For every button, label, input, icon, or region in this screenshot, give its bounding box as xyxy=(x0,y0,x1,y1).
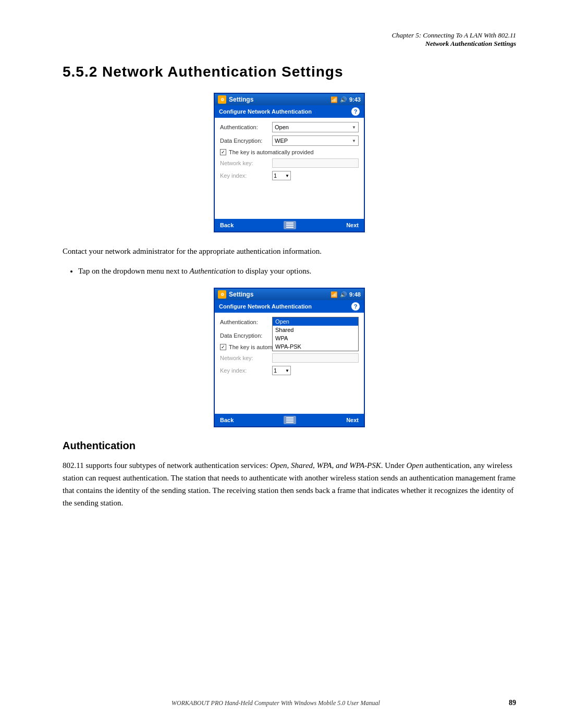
keyidx-select2[interactable]: 1 ▼ xyxy=(272,366,291,375)
keyidx-label1: Key index: xyxy=(220,172,272,179)
bullet-list: Tap on the dropdown menu next to Authent… xyxy=(78,265,516,277)
netkey-label2: Network key: xyxy=(220,355,272,361)
kline1 xyxy=(286,223,293,224)
bullet-item1: Tap on the dropdown menu next to Authent… xyxy=(78,265,516,277)
titlebar2-right: 📶 🔊 9:48 xyxy=(331,291,361,298)
keyidx-row1: Key index: 1 ▼ xyxy=(220,171,359,180)
screenshot2-wrapper: ⚙ Settings 📶 🔊 9:48 Configure Network Au… xyxy=(63,288,516,427)
checkbox-row1: The key is automatically provided xyxy=(220,149,359,155)
kline5 xyxy=(286,419,293,421)
titlebar1-title: Settings xyxy=(229,96,253,103)
page-container: Chapter 5: Connecting To A LAN With 802.… xyxy=(0,0,563,728)
auto-key-checkbox2[interactable] xyxy=(220,344,226,350)
volume-icon1: 🔊 xyxy=(340,96,347,103)
footer-page-num: 89 xyxy=(509,699,516,707)
header-line2: Network Authentication Settings xyxy=(63,40,516,48)
enc-label2: Data Encryption: xyxy=(220,332,272,339)
auto-key-label2: The key is autom xyxy=(229,344,273,350)
back-btn1[interactable]: Back xyxy=(220,222,234,228)
auth-section-title: Authentication xyxy=(63,440,516,452)
auth-select1[interactable]: Open ▼ xyxy=(272,122,359,132)
enc-row1: Data Encryption: WEP ▼ xyxy=(220,135,359,146)
settings-icon2: ⚙ xyxy=(218,290,226,299)
network-icon2: 📶 xyxy=(331,291,338,298)
body-spacer2 xyxy=(220,378,359,410)
keyidx-arrow1: ▼ xyxy=(285,174,289,178)
subheader2-text: Configure Network Authentication xyxy=(219,303,312,310)
settings-icon1: ⚙ xyxy=(218,95,226,104)
titlebar2: ⚙ Settings 📶 🔊 9:48 xyxy=(215,289,364,300)
back-btn2[interactable]: Back xyxy=(220,417,234,423)
netkey-row2: Network key: xyxy=(220,353,359,363)
screenshot1-dialog: ⚙ Settings 📶 🔊 9:43 Configure Network Au… xyxy=(214,93,365,232)
keyboard-lines2 xyxy=(286,417,293,423)
auth-italic: Authentication xyxy=(190,267,236,275)
keyboard-lines1 xyxy=(286,223,293,228)
netkey-row1: Network key: xyxy=(220,158,359,168)
auth-value1: Open xyxy=(275,124,289,130)
footer-text: WORKABOUT PRO Hand-Held Computer With Wi… xyxy=(47,699,505,707)
dropdown-item-shared[interactable]: Shared xyxy=(273,326,358,334)
footer2: Back Next xyxy=(215,414,364,426)
help-btn1[interactable]: ? xyxy=(351,107,360,116)
netkey-label1: Network key: xyxy=(220,160,272,166)
subheader1-text: Configure Network Authentication xyxy=(219,108,312,115)
enc-value1: WEP xyxy=(275,138,288,144)
subheader2: Configure Network Authentication ? xyxy=(215,300,364,313)
netkey-input2[interactable] xyxy=(272,353,359,363)
titlebar1-left: ⚙ Settings xyxy=(218,95,253,104)
keyidx-label2: Key index: xyxy=(220,367,272,374)
dropdown-item-open[interactable]: Open xyxy=(273,317,358,326)
keyidx-row2: Key index: 1 ▼ xyxy=(220,366,359,375)
auth-services-italic: Open, Shared, WPA, and WPA-PSK xyxy=(270,461,381,470)
volume-icon2: 🔊 xyxy=(340,291,347,298)
auth-dropdown2[interactable]: Open Shared WPA WPA-PSK xyxy=(272,317,359,351)
keyidx-value1: 1 xyxy=(274,172,277,179)
page-footer: WORKABOUT PRO Hand-Held Computer With Wi… xyxy=(0,699,563,707)
keyidx-value2: 1 xyxy=(274,367,277,374)
dialog2-body: Authentication: Open ▼ Open Shared WPA W… xyxy=(215,313,364,414)
netkey-input1[interactable] xyxy=(272,158,359,168)
titlebar2-left: ⚙ Settings xyxy=(218,290,253,299)
help-btn2[interactable]: ? xyxy=(351,302,360,311)
keyidx-arrow2: ▼ xyxy=(285,368,289,373)
auth-row2: Authentication: Open ▼ Open Shared WPA W… xyxy=(220,317,359,327)
page-header: Chapter 5: Connecting To A LAN With 802.… xyxy=(63,31,516,48)
auto-key-label1: The key is automatically provided xyxy=(229,149,314,155)
auth-label2: Authentication: xyxy=(220,319,272,325)
dropdown-item-wpapsk[interactable]: WPA-PSK xyxy=(273,342,358,351)
body-spacer1 xyxy=(220,183,359,215)
header-line1: Chapter 5: Connecting To A LAN With 802.… xyxy=(63,31,516,40)
auth-section-text: 802.11 supports four subtypes of network… xyxy=(63,459,516,509)
dropdown-item-wpa[interactable]: WPA xyxy=(273,334,358,342)
kline3 xyxy=(286,227,293,228)
open-italic: Open xyxy=(407,461,424,470)
enc-select1[interactable]: WEP ▼ xyxy=(272,135,359,146)
screenshot2-dialog: ⚙ Settings 📶 🔊 9:48 Configure Network Au… xyxy=(214,288,365,427)
enc-arrow1: ▼ xyxy=(352,139,356,143)
kline2 xyxy=(286,225,293,226)
titlebar2-title: Settings xyxy=(229,291,253,298)
subheader1: Configure Network Authentication ? xyxy=(215,105,364,118)
kline6 xyxy=(286,422,293,423)
auth-arrow1: ▼ xyxy=(352,125,356,130)
time2: 9:48 xyxy=(349,291,361,298)
body-text1: Contact your network administrator for t… xyxy=(63,245,516,257)
auth-row1: Authentication: Open ▼ xyxy=(220,122,359,132)
auth-label1: Authentication: xyxy=(220,124,272,130)
kline4 xyxy=(286,417,293,418)
keyboard-icon1[interactable] xyxy=(284,221,296,229)
dialog1-body: Authentication: Open ▼ Data Encryption: … xyxy=(215,118,364,219)
time1: 9:43 xyxy=(349,96,361,103)
footer1: Back Next xyxy=(215,219,364,231)
keyidx-select1[interactable]: 1 ▼ xyxy=(272,171,291,180)
titlebar1: ⚙ Settings 📶 🔊 9:43 xyxy=(215,94,364,105)
screenshot1-wrapper: ⚙ Settings 📶 🔊 9:43 Configure Network Au… xyxy=(63,93,516,232)
next-btn2[interactable]: Next xyxy=(346,417,359,423)
next-btn1[interactable]: Next xyxy=(346,222,359,228)
titlebar1-right: 📶 🔊 9:43 xyxy=(331,96,361,103)
enc-label1: Data Encryption: xyxy=(220,138,272,144)
keyboard-icon2[interactable] xyxy=(284,416,296,424)
network-icon1: 📶 xyxy=(331,96,338,103)
auto-key-checkbox1[interactable] xyxy=(220,149,226,155)
